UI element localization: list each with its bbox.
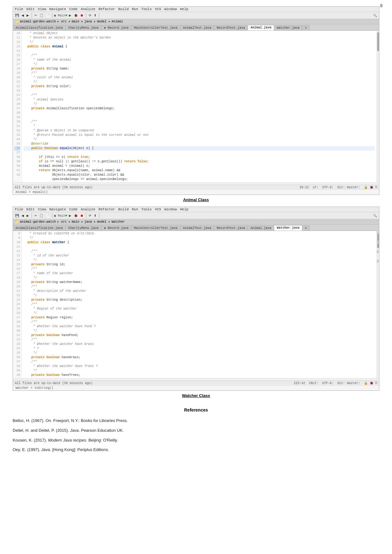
status-left-animal: All files are up-to-date (56 minutes ago… — [15, 186, 93, 189]
tab-record-w[interactable]: ● Record.java — [101, 226, 131, 231]
project-icon: 📁 — [15, 20, 19, 23]
tab-more-a[interactable]: » — [302, 25, 310, 30]
tab-watcher-java-a[interactable]: Watcher.java — [274, 25, 302, 30]
tab-animal-java[interactable]: Animal.java — [248, 25, 274, 30]
toolbar-vcs-w[interactable]: ⟳ — [88, 214, 92, 218]
menu-help[interactable]: Help — [180, 7, 188, 11]
file-tabs-animal[interactable]: AnimalClassification.java CharityMenu.ja… — [13, 24, 379, 31]
scrollbar-h-watcher[interactable] — [13, 378, 379, 381]
toolbar-main-label-w: ▣ Main▼ — [54, 214, 67, 218]
tab-animal-test[interactable]: AnimalTest.java — [180, 25, 214, 30]
scrollbar-animal[interactable] — [377, 31, 379, 182]
project-name-watcher: animal-garden-watch — [20, 220, 56, 224]
scrollbar-thumb-animal[interactable] — [377, 32, 379, 51]
menu-build[interactable]: Build — [118, 7, 129, 11]
reference-belloc: Belloc, H. (1967). On. Freeport, N.Y.: B… — [13, 418, 379, 424]
tab-main-controller-test[interactable]: MainControllerTest.java — [131, 25, 180, 30]
java-label-w: java ▸ — [84, 220, 96, 224]
tab-more-w[interactable]: » — [302, 226, 310, 231]
file-tabs-watcher[interactable]: AnimalClassification.java CharityMenu.ja… — [13, 225, 379, 231]
menu-tools-w[interactable]: Tools — [141, 208, 152, 211]
references-title: References — [13, 407, 379, 412]
toolbar-back[interactable]: ◀ — [21, 13, 25, 17]
menu-navigate-w[interactable]: Navigate — [49, 208, 66, 211]
tab-animal-classification[interactable]: AnimalClassification.java — [13, 25, 66, 30]
menu-code[interactable]: Code — [69, 7, 77, 11]
toolbar-forward-w[interactable]: ▶ — [26, 214, 30, 218]
toolbar-sep4 — [99, 13, 99, 18]
toolbar-paste-w[interactable]: 📄 — [45, 214, 51, 218]
menu-window-w[interactable]: Window — [164, 208, 177, 211]
menu-vcs-w[interactable]: VCS — [155, 208, 161, 211]
toolbar-main-label: ▣ Main▼ — [54, 14, 67, 17]
menu-view[interactable]: View — [38, 7, 46, 11]
toolbar-sep2 — [52, 13, 52, 18]
menu-help-w[interactable]: Help — [180, 208, 188, 211]
project-tab-animal: 📁 animal-garden-watch ▸ src ▸ main ▸ jav… — [13, 19, 379, 24]
menu-refactor[interactable]: Refactor — [99, 7, 115, 11]
menu-bar-watcher[interactable]: File Edit View Navigate Code Analyze Ref… — [13, 207, 379, 212]
menu-edit[interactable]: Edit — [26, 7, 34, 11]
menu-build-w[interactable]: Build — [118, 208, 129, 211]
line-numbers-animal: 1011121314 1516171819 2021222324 2526272… — [13, 31, 22, 182]
status-right-watcher: 225:42 CRLF: UTF-8: Git: master: 🔒 🐞 © — [294, 381, 377, 385]
toolbar-commit-w[interactable]: ⬆ — [93, 214, 97, 218]
toolbar-vcs[interactable]: ⟳ — [88, 13, 92, 17]
tab-main-controller-test-w[interactable]: MainControllerTest.java — [131, 226, 180, 231]
toolbar-copy[interactable]: 📋 — [39, 13, 44, 17]
scrollbar-h-animal[interactable] — [13, 182, 379, 185]
page-number: 8 — [380, 3, 383, 8]
menu-refactor-w[interactable]: Refactor — [99, 208, 115, 211]
menu-view-w[interactable]: View — [38, 208, 46, 211]
toolbar-run-w[interactable]: ▶ — [68, 214, 72, 218]
menu-run[interactable]: Run — [132, 7, 138, 11]
toolbar-save[interactable]: 💾 — [14, 13, 20, 17]
toolbar-paste[interactable]: 📄 — [45, 13, 51, 17]
menu-bar-animal[interactable]: File Edit View Navigate Code Analyze Ref… — [13, 7, 379, 12]
tab-record-test[interactable]: RecordTest.java — [214, 25, 248, 30]
toolbar-commit[interactable]: ⬆ — [93, 13, 97, 17]
toolbar-search[interactable]: 🔍 — [372, 13, 378, 17]
menu-file-w[interactable]: File — [15, 208, 23, 211]
toolbar-back-w[interactable]: ◀ — [21, 214, 25, 218]
tab-watcher-java-w[interactable]: Watcher.java — [274, 225, 302, 231]
menu-analyze-w[interactable]: Analyze — [81, 208, 95, 211]
toolbar-sep2-w — [52, 213, 52, 218]
menu-code-w[interactable]: Code — [69, 208, 77, 211]
toolbar-stop[interactable]: ⏹ — [79, 13, 84, 17]
toolbar-debug-w[interactable]: 🐞 — [73, 214, 79, 218]
toolbar-search-w[interactable]: 🔍 — [372, 214, 378, 218]
menu-navigate[interactable]: Navigate — [49, 7, 66, 11]
menu-vcs[interactable]: VCS — [155, 7, 161, 11]
tab-record-test-w[interactable]: RecordTest.java — [214, 226, 248, 231]
menu-edit-w[interactable]: Edit — [26, 208, 34, 211]
toolbar-sep1 — [32, 13, 32, 18]
scrollbar-thumb-watcher[interactable] — [377, 232, 379, 248]
toolbar-sep1-w — [32, 213, 32, 218]
menu-tools[interactable]: Tools — [141, 7, 152, 11]
reference-deitel: Deitel, H. and Deitel, P. (2015). Java. … — [13, 427, 379, 434]
animal-ide-screenshot: File Edit View Navigate Code Analyze Ref… — [13, 6, 379, 195]
toolbar-stop-w[interactable]: ⏹ — [79, 214, 84, 218]
menu-run-w[interactable]: Run — [132, 208, 138, 211]
tab-animal-java-w[interactable]: Animal.java — [248, 226, 274, 231]
menu-analyze[interactable]: Analyze — [81, 7, 95, 11]
tab-charity-menu-w[interactable]: CharityMenu.java — [66, 226, 101, 231]
toolbar-run[interactable]: ▶ — [68, 13, 72, 17]
tab-charity-menu[interactable]: CharityMenu.java — [66, 25, 101, 30]
java-label: java ▸ — [84, 20, 96, 23]
menu-window[interactable]: Window — [164, 7, 177, 11]
toolbar-cut-w[interactable]: ✂ — [33, 214, 38, 218]
reference-oey: Oey, E. (1997). Java. [Hong Kong]: Perip… — [13, 447, 379, 453]
toolbar-debug[interactable]: 🐞 — [73, 13, 79, 17]
toolbar-cut[interactable]: ✂ — [33, 13, 38, 17]
toolbar-copy-w[interactable]: 📋 — [39, 214, 44, 218]
toolbar-save-w[interactable]: 💾 — [14, 214, 20, 218]
tab-record[interactable]: ● Record.java — [101, 25, 131, 30]
tab-animal-test-w[interactable]: AnimalTest.java — [180, 226, 214, 231]
bottom-hint-watcher: Watcher > toString() — [13, 385, 379, 390]
tab-animal-classification-w[interactable]: AnimalClassification.java — [13, 226, 66, 231]
scrollbar-watcher[interactable] — [377, 231, 379, 378]
menu-file[interactable]: File — [15, 7, 23, 11]
toolbar-forward[interactable]: ▶ — [26, 13, 30, 17]
